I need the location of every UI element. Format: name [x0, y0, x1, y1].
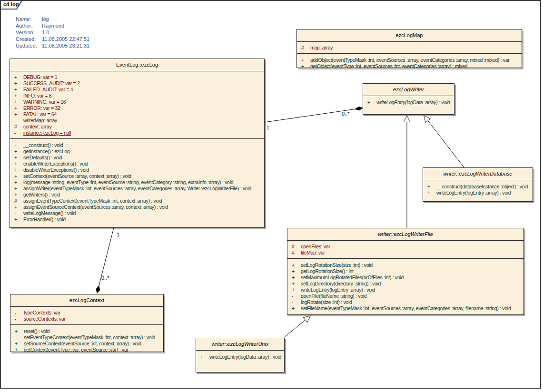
method-row: +getContext(eventType :var, eventSource …: [10, 347, 163, 352]
diagram-canvas: cd log Name:logAuthor:RaymondVersion:1.0…: [0, 0, 543, 392]
attribute-row: +WARNING: var = 16: [10, 99, 264, 105]
attribute-row: #fileMap: var: [287, 250, 523, 256]
class-box-ezclogmap[interactable]: ezcLogMap#map: array+addObject(eventType…: [296, 29, 522, 68]
method-text: log(message :string, eventType :int, eve…: [23, 179, 264, 186]
method-text: setContext(eventSource :array, context :…: [23, 173, 264, 179]
attribute-row: -instance: ezcLog = null: [10, 130, 264, 136]
attribute-text: writerMap: array: [23, 118, 264, 124]
visibility-symbol: +: [10, 192, 23, 198]
method-text: __construct(databaseInstance :object) : …: [436, 184, 533, 190]
class-title: EventLog::ezcLog: [10, 59, 264, 71]
method-row: +setFileName(eventTypeMask :int, eventSo…: [287, 305, 523, 312]
visibility-symbol: -: [10, 310, 24, 316]
visibility-symbol: +: [363, 99, 376, 106]
class-title: ezcLogContext: [10, 294, 163, 306]
method-text: setLogDirectory(directory :string) : voi…: [301, 281, 523, 287]
attribute-row: +FATAL: var = 64: [10, 111, 264, 118]
method-row: -writeLogMessage() : void: [10, 210, 264, 216]
method-text: writeLogEntry(logData :aray) : void: [209, 354, 284, 360]
attribute-row: +FAILED_AUDIT: var = 4: [10, 87, 264, 93]
visibility-symbol: +: [10, 148, 23, 155]
class-layer: EventLog::ezcLog+DEBUG: var = 1+SUCCESS_…: [0, 0, 543, 392]
attributes-compartment: +DEBUG: var = 1+SUCCESS_AUDIT: var = 2+F…: [10, 71, 264, 138]
visibility-symbol: -: [10, 130, 23, 136]
attribute-text: INFO: var = 8: [23, 93, 264, 99]
visibility-symbol: +: [10, 80, 23, 87]
attributes-compartment: #map: array: [297, 41, 522, 53]
attribute-text: context: array: [23, 124, 264, 130]
attribute-text: FAILED_AUDIT: var = 4: [23, 87, 264, 93]
method-text: writeLogEntry(logEntry :array) : void: [436, 190, 533, 196]
attribute-row: #map: array: [297, 45, 522, 51]
method-row: +getInstance() : ezcLog: [10, 148, 264, 155]
visibility-symbol: -: [10, 334, 24, 341]
attribute-row: #context: array: [10, 124, 264, 130]
method-row: #assignEventTypeContext(eventTypeMask :i…: [10, 198, 264, 204]
visibility-symbol: +: [10, 87, 23, 93]
method-text: addObject(eventTypeMask :int, eventSourc…: [310, 57, 522, 63]
method-row: +reset() : void: [10, 328, 163, 334]
attribute-text: FATAL: var = 64: [23, 111, 264, 118]
method-row: +getWriters() : void: [10, 192, 264, 198]
visibility-symbol: +: [297, 63, 310, 68]
method-row: +disableWriterExceptions() : void: [10, 167, 264, 173]
method-row: +enableWriterExceptions() : void: [10, 161, 264, 167]
visibility-symbol: -: [10, 210, 23, 216]
visibility-symbol: +: [287, 281, 301, 287]
visibility-symbol: +: [287, 305, 301, 312]
method-text: setLogRotationSize(size :int) : void: [301, 262, 523, 268]
attribute-text: map: array: [310, 45, 522, 51]
method-text: assignEventTypeContext(eventTypeMask :in…: [23, 198, 264, 204]
visibility-symbol: +: [10, 173, 23, 179]
method-row: +setLogRotationSize(size :int) : void: [287, 262, 523, 268]
class-box-ezclogcontext[interactable]: ezcLogContext-typeContexts: var-sourceCo…: [10, 294, 164, 352]
method-text: assignWriter(eventTypeMask :int, eventSo…: [23, 186, 264, 192]
attribute-text: SUCCESS_AUDIT: var = 2: [23, 80, 264, 87]
frame-tab-label: cd log: [3, 1, 19, 7]
attribute-row: +ERROR: var = 32: [10, 105, 264, 111]
visibility-symbol: -: [10, 316, 24, 322]
visibility-symbol: +: [10, 328, 24, 334]
visibility-symbol: #: [287, 244, 301, 250]
class-box-ezclogwriterfile[interactable]: writer::ezcLogWriterFile#openFiles: var#…: [287, 228, 524, 315]
attribute-text: instance: ezcLog = null: [23, 130, 264, 136]
method-text: setFileName(eventTypeMask :int, eventSou…: [301, 305, 523, 312]
method-row: +setMaximumLogRotatedFiles(nrOfFiles :in…: [287, 274, 523, 281]
attribute-row: -typeContexts: var: [10, 310, 163, 316]
class-box-ezclogwriterdatabase[interactable]: writer::ezcLogWriterDatabase+__construct…: [423, 167, 533, 202]
attribute-row: +DEBUG: var = 1: [10, 74, 264, 80]
class-box-eventlog-ezclog[interactable]: EventLog::ezcLog+DEBUG: var = 1+SUCCESS_…: [10, 59, 265, 228]
method-text: writeLogEntry(logEntry :array) : void: [301, 287, 523, 293]
visibility-symbol: #: [297, 45, 310, 51]
visibility-symbol: +: [287, 268, 301, 274]
visibility-symbol: -: [10, 118, 23, 124]
class-box-ezclogwriterunix[interactable]: writer::ezcLogWriterUnix+writeLogEntry(l…: [196, 338, 285, 372]
attribute-row: -sourceContexts: var: [10, 316, 163, 322]
visibility-symbol: +: [10, 179, 23, 186]
visibility-symbol: +: [196, 354, 209, 360]
visibility-symbol: -: [287, 293, 301, 299]
method-text: writeLogEntry(logData :array) : void: [376, 99, 454, 106]
visibility-symbol: #: [10, 124, 23, 130]
methods-compartment: +__construct(databaseInstance :object) :…: [423, 180, 533, 201]
visibility-symbol: #: [287, 250, 301, 256]
class-box-ezclogwriter[interactable]: ezcLogWriter+writeLogEntry(logData :arra…: [363, 83, 454, 115]
method-text: getLogRotationSize() : int: [301, 268, 523, 274]
method-text: disableWriterExceptions() : void: [23, 167, 264, 173]
attributes-compartment: -typeContexts: var-sourceContexts: var: [10, 306, 163, 324]
methods-compartment: +addObject(eventTypeMask :int, eventSour…: [297, 53, 522, 68]
methods-compartment: +writeLogEntry(logData :aray) : void: [196, 350, 284, 372]
method-text: getWriters() : void: [23, 192, 264, 198]
method-row: +setLogDirectory(directory :string) : vo…: [287, 281, 523, 287]
method-text: getObject(eventType :int, eventSources :…: [310, 63, 522, 68]
methods-compartment: +writeLogEntry(logData :array) : void: [363, 96, 454, 114]
method-row: -logRotate(size :int) : void: [287, 299, 523, 305]
visibility-symbol: +: [423, 190, 436, 196]
visibility-symbol: +: [10, 161, 23, 167]
visibility-symbol: +: [10, 93, 23, 99]
attribute-text: DEBUG: var = 1: [23, 74, 264, 80]
method-row: +ErrorHandler() : void: [10, 216, 264, 223]
method-row: +assignEventSourceContext(eventSources :…: [10, 204, 264, 210]
attribute-text: typeContexts: var: [24, 310, 163, 316]
method-text: setEventTypeContext(eventTypeMask :int, …: [24, 334, 163, 341]
